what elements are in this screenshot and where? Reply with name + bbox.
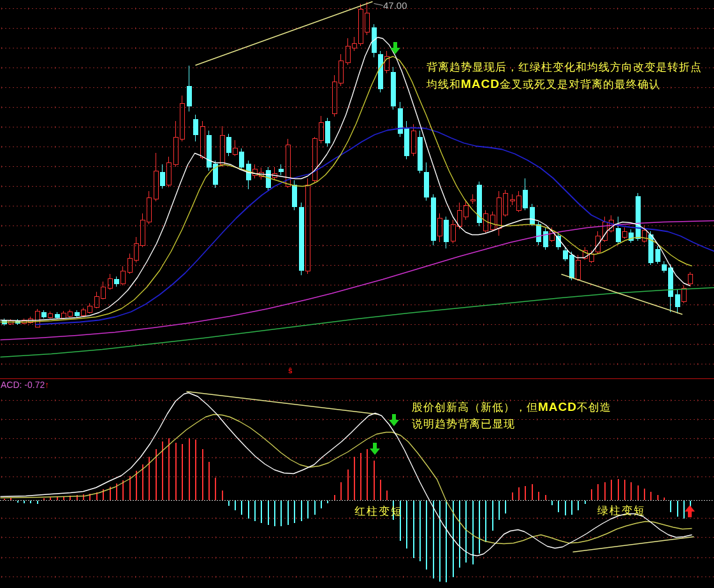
green-bars-shorten-label: 绿柱变短 [597, 503, 646, 518]
stock-chart-window: 47.00 背离趋势显现后，红绿柱变化和均线方向改变是转折点 均线和MACD金叉… [0, 0, 714, 588]
macd-keyword: MACD [461, 77, 500, 90]
up-arrow-icon: ↑ [45, 380, 49, 390]
red-bars-shorten-label: 红柱变短 [354, 504, 403, 519]
section-marker: ŝ [288, 366, 293, 375]
annotation-line: 均线和MACD金叉或死叉是对背离的最终确认 [426, 76, 702, 93]
macd-indicator-value: ACD: -0.72↑ [1, 380, 49, 390]
macd-keyword: MACD [538, 400, 577, 413]
peak-price-label: 47.00 [383, 0, 407, 11]
annotation-line: 背离趋势显现后，红绿柱变化和均线方向改变是转折点 [426, 59, 702, 76]
annotation-line: 股价创新高（新低），但MACD不创造 [412, 399, 611, 416]
divergence-annotation: 背离趋势显现后，红绿柱变化和均线方向改变是转折点 均线和MACD金叉或死叉是对背… [426, 59, 702, 93]
annotation-line: 说明趋势背离已显现 [412, 416, 611, 433]
new-high-annotation: 股价创新高（新低），但MACD不创造 说明趋势背离已显现 [412, 399, 611, 433]
